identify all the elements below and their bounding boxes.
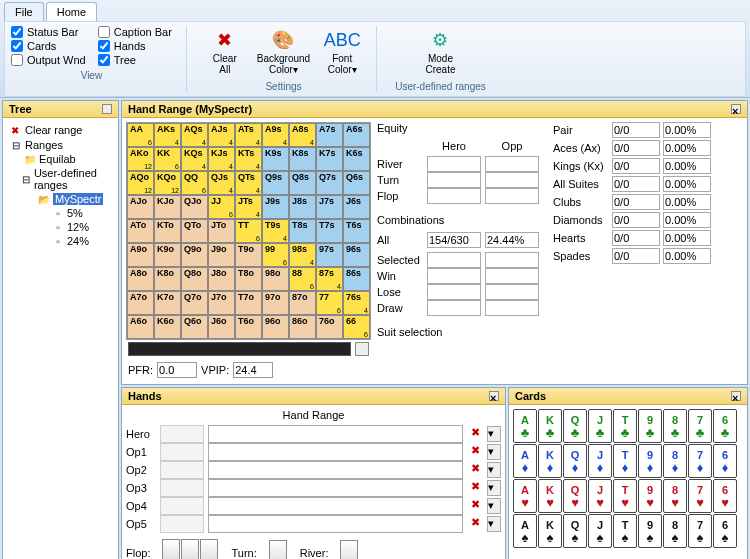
equity-opp-input[interactable] [485, 188, 539, 204]
combo-input[interactable] [427, 300, 481, 316]
equity-hero-input[interactable] [427, 188, 481, 204]
dropdown-icon[interactable]: ▾ [487, 498, 501, 514]
tab-home[interactable]: Home [46, 2, 97, 21]
hand-cell-T7o[interactable]: T7o [235, 291, 262, 315]
hand-cell-QJs[interactable]: QJs4 [208, 171, 235, 195]
hand-cell-AA[interactable]: AA6 [127, 123, 154, 147]
hand-cell-77[interactable]: 776 [316, 291, 343, 315]
hand-cell-TT[interactable]: TT6 [235, 219, 262, 243]
hand-cell-Q8o[interactable]: Q8o [181, 267, 208, 291]
ribbon-btn[interactable]: 🎨BackgroundColor▾ [253, 26, 314, 77]
hand-cell-Q7s[interactable]: Q7s [316, 171, 343, 195]
hand-cell-86o[interactable]: 86o [289, 315, 316, 339]
hand-cell-KQs[interactable]: KQs4 [181, 147, 208, 171]
tree-node[interactable]: 📂MySpectr [7, 192, 114, 206]
card-Q♣[interactable]: Q♣ [563, 409, 587, 443]
hand-cell-Q7o[interactable]: Q7o [181, 291, 208, 315]
hand-cell-K6s[interactable]: K6s [343, 147, 370, 171]
hand-cell-97s[interactable]: 97s [316, 243, 343, 267]
hand-cell-99[interactable]: 996 [262, 243, 289, 267]
hand-cell-AKo[interactable]: AKo12 [127, 147, 154, 171]
tree-node[interactable]: ▫12% [7, 220, 114, 234]
hand-cell-T8s[interactable]: T8s [289, 219, 316, 243]
vpip-input[interactable] [233, 362, 273, 378]
card-9♠[interactable]: 9♠ [638, 514, 662, 548]
tree-node[interactable]: ⊟Ranges [7, 138, 114, 152]
hand-cell-KTs[interactable]: KTs4 [235, 147, 262, 171]
card-J♦[interactable]: J♦ [588, 444, 612, 478]
card-9♥[interactable]: 9♥ [638, 479, 662, 513]
hand-cell-K8s[interactable]: K8s [289, 147, 316, 171]
view-check-tree[interactable]: Tree [98, 54, 172, 66]
tree-node[interactable]: ⊟User-defined ranges [7, 166, 114, 192]
hand-range-input[interactable] [208, 479, 463, 497]
hand-cell-J9o[interactable]: J9o [208, 243, 235, 267]
hand-cell-A8o[interactable]: A8o [127, 267, 154, 291]
hand-cell-Q6s[interactable]: Q6s [343, 171, 370, 195]
dropdown-icon[interactable]: ▾ [487, 480, 501, 496]
pin-icon[interactable] [102, 104, 112, 114]
hand-cell-KQo[interactable]: KQo12 [154, 171, 181, 195]
hand-range-input[interactable] [208, 497, 463, 515]
tree-node[interactable]: ▫24% [7, 234, 114, 248]
flop-slot[interactable] [181, 539, 199, 559]
card-Q♥[interactable]: Q♥ [563, 479, 587, 513]
clear-range-button[interactable]: ✖ Clear range [7, 122, 114, 138]
tree-node[interactable]: 📁Equilab [7, 152, 114, 166]
hand-cell-J8o[interactable]: J8o [208, 267, 235, 291]
hand-cell-QTs[interactable]: QTs4 [235, 171, 262, 195]
combo-input[interactable] [427, 284, 481, 300]
card-9♦[interactable]: 9♦ [638, 444, 662, 478]
combo-input[interactable] [485, 284, 539, 300]
clear-icon[interactable]: ✖ [467, 480, 483, 496]
hand-range-input[interactable] [208, 461, 463, 479]
hand-cell-A9s[interactable]: A9s4 [262, 123, 289, 147]
card-8♠[interactable]: 8♠ [663, 514, 687, 548]
hand-cell-T6s[interactable]: T6s [343, 219, 370, 243]
combo-input[interactable] [485, 300, 539, 316]
view-check-output-wnd[interactable]: Output Wnd [11, 54, 86, 66]
hand-cell-AJs[interactable]: AJs4 [208, 123, 235, 147]
range-slider[interactable] [128, 342, 351, 356]
dropdown-icon[interactable]: ▾ [487, 426, 501, 442]
hand-cell-ATs[interactable]: ATs4 [235, 123, 262, 147]
card-Q♦[interactable]: Q♦ [563, 444, 587, 478]
hand-cell-96o[interactable]: 96o [262, 315, 289, 339]
view-check-cards[interactable]: Cards [11, 40, 86, 52]
hand-cell-Q9s[interactable]: Q9s [262, 171, 289, 195]
hand-cell-T9o[interactable]: T9o [235, 243, 262, 267]
card-K♠[interactable]: K♠ [538, 514, 562, 548]
hand-cell-J7o[interactable]: J7o [208, 291, 235, 315]
hand-cell-87s[interactable]: 87s4 [316, 267, 343, 291]
turn-slot[interactable] [269, 540, 287, 559]
close-icon[interactable]: × [731, 104, 741, 114]
card-K♥[interactable]: K♥ [538, 479, 562, 513]
card-A♥[interactable]: A♥ [513, 479, 537, 513]
hand-cell-K6o[interactable]: K6o [154, 315, 181, 339]
card-A♣[interactable]: A♣ [513, 409, 537, 443]
flop-slot[interactable] [162, 539, 180, 559]
hand-cell-JTo[interactable]: JTo [208, 219, 235, 243]
hand-cell-Q8s[interactable]: Q8s [289, 171, 316, 195]
hand-cell-ATo[interactable]: ATo [127, 219, 154, 243]
flop-slot[interactable] [200, 539, 218, 559]
hand-cell-T8o[interactable]: T8o [235, 267, 262, 291]
combo-input[interactable] [427, 268, 481, 284]
equity-hero-input[interactable] [427, 156, 481, 172]
card-9♣[interactable]: 9♣ [638, 409, 662, 443]
hand-cell-A7s[interactable]: A7s [316, 123, 343, 147]
clear-icon[interactable]: ✖ [467, 516, 483, 532]
ribbon-btn[interactable]: ABCFontColor▾ [322, 26, 362, 77]
clear-icon[interactable]: ✖ [467, 426, 483, 442]
view-check-caption-bar[interactable]: Caption Bar [98, 26, 172, 38]
card-J♥[interactable]: J♥ [588, 479, 612, 513]
hand-cell-A6s[interactable]: A6s [343, 123, 370, 147]
hand-range-input[interactable] [208, 443, 463, 461]
card-J♠[interactable]: J♠ [588, 514, 612, 548]
card-A♦[interactable]: A♦ [513, 444, 537, 478]
clear-icon[interactable]: ✖ [467, 462, 483, 478]
card-8♥[interactable]: 8♥ [663, 479, 687, 513]
hand-cell-AQs[interactable]: AQs4 [181, 123, 208, 147]
hand-cell-J6o[interactable]: J6o [208, 315, 235, 339]
card-7♥[interactable]: 7♥ [688, 479, 712, 513]
